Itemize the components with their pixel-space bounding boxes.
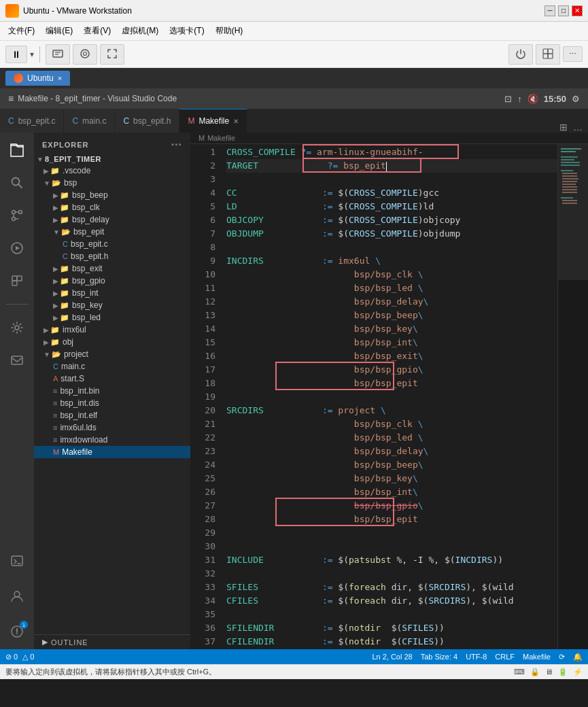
activity-source-control[interactable] <box>5 203 29 228</box>
status-errors[interactable]: ⊘ 0 △ 0 <box>5 653 34 661</box>
sidebar-item-bsp[interactable]: ▼ 📂 bsp <box>34 177 190 189</box>
sidebar-item-vscode[interactable]: ▶ 📁 .vscode <box>34 165 190 177</box>
code-line-33: SFILES := $(foreach dir, $(SRCDIRS), $(w… <box>226 581 557 594</box>
vscode-upload-icon[interactable]: ↑ <box>517 94 522 104</box>
maximize-button[interactable]: □ <box>558 5 569 16</box>
more-tabs-icon[interactable]: … <box>573 122 583 133</box>
sidebar-item-makefile[interactable]: M Makefile <box>34 446 190 458</box>
code-editor[interactable]: CROSS_COMPILE ?= arm-linux-gnueabihf- TA… <box>221 144 557 649</box>
folder-icon-epit: 📂 <box>61 228 71 237</box>
tree-root-folder[interactable]: ▼ 8_EPIT_TIMER <box>34 154 190 165</box>
tab-label-makefile: Makefile <box>198 116 229 126</box>
sidebar-item-bsp-epit-c[interactable]: C bsp_epit.c <box>34 238 190 250</box>
sidebar-item-bsp-beep[interactable]: ▶ 📁 bsp_beep <box>34 189 190 201</box>
close-button[interactable]: ✕ <box>572 5 583 16</box>
sidebar-item-imxdownload[interactable]: ≡ imxdownload <box>34 434 190 446</box>
sidebar-item-bsp-epit-h[interactable]: C bsp_epit.h <box>34 250 190 262</box>
sidebar-label-bsp-exit: bsp_exit <box>72 264 103 273</box>
tabs-right-buttons: ⊞ … <box>554 122 588 133</box>
folder-collapsed-icon-7: ▶ <box>53 290 58 297</box>
menu-tabs[interactable]: 选项卡(T) <box>164 24 209 38</box>
sidebar-outline[interactable]: ▶ OUTLINE <box>34 634 190 649</box>
sidebar-item-bsp-int-bin[interactable]: ≡ bsp_int.bin <box>34 385 190 397</box>
svg-point-3 <box>81 50 89 58</box>
sidebar-item-project[interactable]: ▼ 📂 project <box>34 348 190 360</box>
vscode-monitor-icon[interactable]: ⊡ <box>504 94 512 104</box>
sidebar-item-bsp-led[interactable]: ▶ 📁 bsp_led <box>34 311 190 324</box>
sidebar-item-main-c[interactable]: C main.c <box>34 360 190 373</box>
sidebar-item-bsp-clk[interactable]: ▶ 📁 bsp_clk <box>34 201 190 213</box>
battery-icon[interactable]: 🔋 <box>558 668 568 676</box>
activity-notifications[interactable]: 1 <box>5 619 29 644</box>
activity-account[interactable] <box>5 584 29 608</box>
send-input-button[interactable] <box>46 44 70 65</box>
sidebar-item-bsp-int[interactable]: ▶ 📁 bsp_int <box>34 287 190 299</box>
activity-mail[interactable] <box>5 348 29 373</box>
sidebar-item-imx6ul[interactable]: ▶ 📁 imx6ul <box>34 324 190 336</box>
sidebar-item-bsp-int-elf[interactable]: ≡ bsp_int.elf <box>34 409 190 421</box>
sidebar-item-bsp-delay[interactable]: ▶ 📁 bsp_delay <box>34 213 190 226</box>
ubuntu-tab[interactable]: Ubuntu × <box>5 71 70 86</box>
ubuntu-tab-close[interactable]: × <box>58 74 62 82</box>
status-tab-size[interactable]: Tab Size: 4 <box>421 653 457 661</box>
activity-extensions[interactable] <box>5 269 29 293</box>
sidebar-item-bsp-exit[interactable]: ▶ 📁 bsp_exit <box>34 262 190 275</box>
sidebar-item-bsp-gpio[interactable]: ▶ 📁 bsp_gpio <box>34 275 190 287</box>
sidebar-item-bsp-int-dis[interactable]: ≡ bsp_int.dis <box>34 397 190 409</box>
tab-main-c[interactable]: C main.c <box>64 109 115 133</box>
status-ln-col[interactable]: Ln 2, Col 28 <box>372 653 412 661</box>
activity-explorer[interactable] <box>5 138 29 162</box>
sidebar-item-obj[interactable]: ▶ 📁 obj <box>34 336 190 348</box>
menu-file[interactable]: 文件(F) <box>3 24 40 38</box>
menu-view[interactable]: 查看(V) <box>78 24 116 38</box>
sidebar-item-bsp-key[interactable]: ▶ 📁 bsp_key <box>34 299 190 311</box>
menu-help[interactable]: 帮助(H) <box>210 24 249 38</box>
split-editor-icon[interactable]: ⊞ <box>559 122 568 133</box>
tab-close-makefile[interactable]: ✕ <box>233 118 239 125</box>
activity-search[interactable] <box>5 171 29 195</box>
status-bell-icon[interactable]: 🔔 <box>573 653 583 661</box>
tab-bsp-epit-h[interactable]: C bsp_epit.h <box>115 109 179 133</box>
svg-rect-18 <box>12 276 17 281</box>
vscode-mute-icon[interactable]: 🔇 <box>528 94 538 104</box>
monitor-icon-2[interactable]: 🖥 <box>545 668 553 676</box>
ubuntu-tab-label: Ubuntu <box>27 73 54 83</box>
snap-button[interactable] <box>536 44 560 65</box>
tab-bsp-epit-c[interactable]: C bsp_epit.c <box>0 109 64 133</box>
code-line-21: bsp/bsp_clk \ <box>226 417 557 431</box>
status-language[interactable]: Makefile <box>523 653 551 661</box>
usb-icon[interactable]: ⚡ <box>573 668 583 676</box>
c-icon-bsp-epit: C <box>63 240 68 248</box>
activity-terminal[interactable] <box>5 549 29 573</box>
status-line-ending[interactable]: CRLF <box>495 653 515 661</box>
sidebar-item-start-s[interactable]: A start.S <box>34 373 190 385</box>
sidebar-more-icon[interactable]: ⋯ <box>171 138 182 151</box>
power-button[interactable] <box>508 44 533 65</box>
tab-makefile[interactable]: M Makefile ✕ <box>179 109 247 133</box>
pause-button[interactable]: ⏸ <box>5 46 27 63</box>
folder-arrow-icon: ▼ <box>37 156 44 163</box>
fullscreen-button[interactable] <box>100 44 124 65</box>
sidebar-item-imx6ul-lds[interactable]: ≡ imx6ul.lds <box>34 421 190 434</box>
vmware-titlebar: Ubuntu - VMware Workstation ─ □ ✕ <box>0 0 588 22</box>
keyboard-icon[interactable]: ⌨ <box>514 668 525 676</box>
svg-point-4 <box>84 52 87 55</box>
sidebar-label-bsp-led: bsp_led <box>72 313 101 322</box>
status-encoding[interactable]: UTF-8 <box>466 653 487 661</box>
code-line-16: bsp/bsp_exit\ <box>226 349 557 363</box>
lock-icon[interactable]: 🔒 <box>530 668 540 676</box>
screenshot-button[interactable] <box>73 44 97 65</box>
more-button[interactable]: ⋯ <box>563 46 583 62</box>
code-line-10: bsp/bsp_clk \ <box>226 268 557 281</box>
minimize-button[interactable]: ─ <box>544 5 555 16</box>
editor-area: M Makefile 12345 678910 1112131415 16171… <box>190 133 588 649</box>
vscode-settings-icon[interactable]: ⚙ <box>572 94 580 104</box>
menu-edit[interactable]: 编辑(E) <box>40 24 78 38</box>
code-line-36: SFILENDIR := $(notdir $(SFILES)) <box>226 621 557 635</box>
status-sync-icon[interactable]: ⟳ <box>559 653 565 661</box>
activity-settings[interactable] <box>5 315 29 340</box>
explorer-tree[interactable]: ▼ 8_EPIT_TIMER ▶ 📁 .vscode ▼ 📂 bsp ▶ 📁 b… <box>34 154 190 634</box>
menu-vm[interactable]: 虚拟机(M) <box>116 24 164 38</box>
sidebar-item-bsp-epit[interactable]: ▼ 📂 bsp_epit <box>34 226 190 238</box>
activity-debug[interactable] <box>5 236 29 260</box>
